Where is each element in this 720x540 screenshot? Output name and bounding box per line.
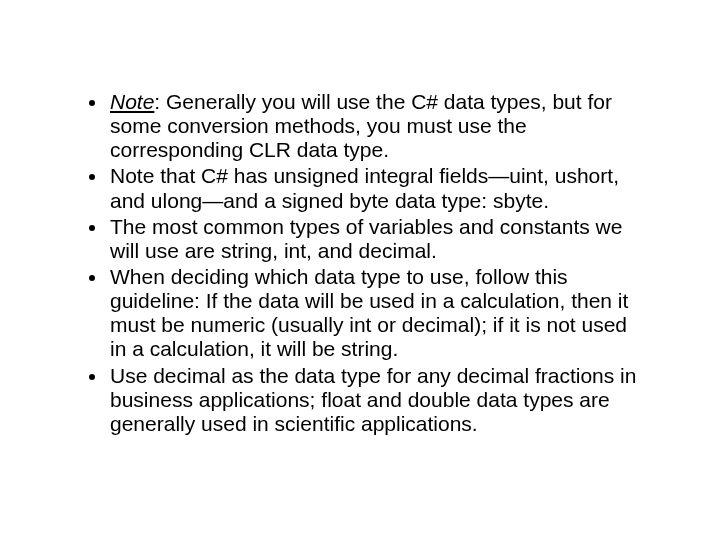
bullet-text: When deciding which data type to use, fo… <box>110 265 628 360</box>
list-item: The most common types of variables and c… <box>108 215 640 263</box>
bullet-text: Generally you will use the C# data types… <box>110 90 612 161</box>
note-sep: : <box>154 90 166 113</box>
bullet-list: Note: Generally you will use the C# data… <box>80 90 640 436</box>
slide: Note: Generally you will use the C# data… <box>0 0 720 540</box>
bullet-text: The most common types of variables and c… <box>110 215 622 262</box>
bullet-text: Use decimal as the data type for any dec… <box>110 364 636 435</box>
list-item: When deciding which data type to use, fo… <box>108 265 640 362</box>
list-item: Use decimal as the data type for any dec… <box>108 364 640 436</box>
note-prefix: Note <box>110 90 154 113</box>
bullet-text: Note that C# has unsigned integral field… <box>110 164 619 211</box>
list-item: Note that C# has unsigned integral field… <box>108 164 640 212</box>
list-item: Note: Generally you will use the C# data… <box>108 90 640 162</box>
